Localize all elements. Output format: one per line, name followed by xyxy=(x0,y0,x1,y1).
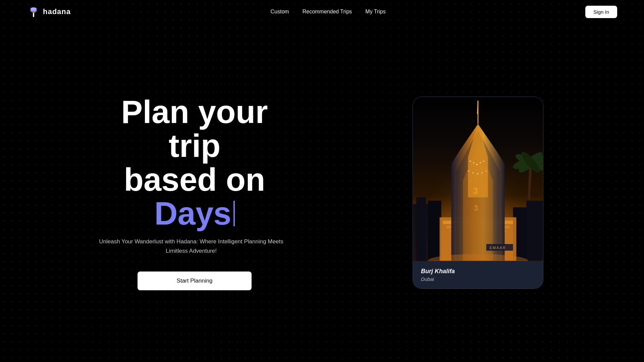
svg-rect-29 xyxy=(468,171,469,172)
svg-rect-28 xyxy=(483,161,484,162)
nav-custom[interactable]: Custom xyxy=(271,9,289,15)
hero-section: Plan your trip based on Days Unleash You… xyxy=(94,95,295,290)
svg-rect-32 xyxy=(481,172,483,173)
hero-subtitle: Unleash Your Wanderlust with Hadana: Whe… xyxy=(94,237,288,255)
svg-rect-14 xyxy=(416,197,426,261)
trip-card: 3 3 EMAAR Burj Khalifa Dubai xyxy=(413,97,543,289)
svg-rect-1 xyxy=(33,12,34,17)
svg-rect-30 xyxy=(472,172,474,173)
nav-my-trips[interactable]: My Trips xyxy=(365,9,385,15)
svg-rect-33 xyxy=(486,171,487,172)
svg-rect-31 xyxy=(477,173,478,174)
building-scene-svg: 3 3 EMAAR xyxy=(413,97,543,261)
svg-rect-24 xyxy=(470,161,471,162)
hero-title: Plan your trip based on Days xyxy=(94,95,295,230)
svg-rect-15 xyxy=(428,201,441,261)
svg-point-6 xyxy=(34,11,35,13)
nav-links: Custom Recommended Trips My Trips xyxy=(271,9,386,15)
svg-point-4 xyxy=(31,7,36,11)
main-content: Plan your trip based on Days Unleash You… xyxy=(0,23,644,362)
start-planning-button[interactable]: Start Planning xyxy=(138,272,252,290)
hero-title-line2: based on xyxy=(124,162,265,197)
svg-point-5 xyxy=(32,11,33,12)
svg-text:3: 3 xyxy=(474,203,478,213)
trip-card-info: Burj Khalifa Dubai xyxy=(413,261,543,289)
trip-card-image: 3 3 EMAAR xyxy=(413,97,543,261)
trip-card-location: Dubai xyxy=(421,276,535,282)
cursor-blink xyxy=(233,201,235,226)
trip-card-name: Burj Khalifa xyxy=(421,268,535,275)
svg-rect-25 xyxy=(473,162,474,163)
nav-recommended-trips[interactable]: Recommended Trips xyxy=(303,9,352,15)
sign-in-button[interactable]: Sign In xyxy=(585,6,617,18)
navbar: hadana Custom Recommended Trips My Trips… xyxy=(0,0,644,23)
svg-text:EMAAR: EMAAR xyxy=(490,246,506,250)
svg-rect-26 xyxy=(476,164,478,165)
logo-icon xyxy=(27,5,40,18)
svg-rect-17 xyxy=(526,201,543,261)
svg-text:3: 3 xyxy=(473,186,478,196)
hero-title-accent: Days xyxy=(154,197,235,231)
svg-rect-27 xyxy=(480,162,481,163)
logo-text: hadana xyxy=(43,7,71,16)
hero-title-line1: Plan your trip xyxy=(121,94,268,164)
logo[interactable]: hadana xyxy=(27,5,71,18)
